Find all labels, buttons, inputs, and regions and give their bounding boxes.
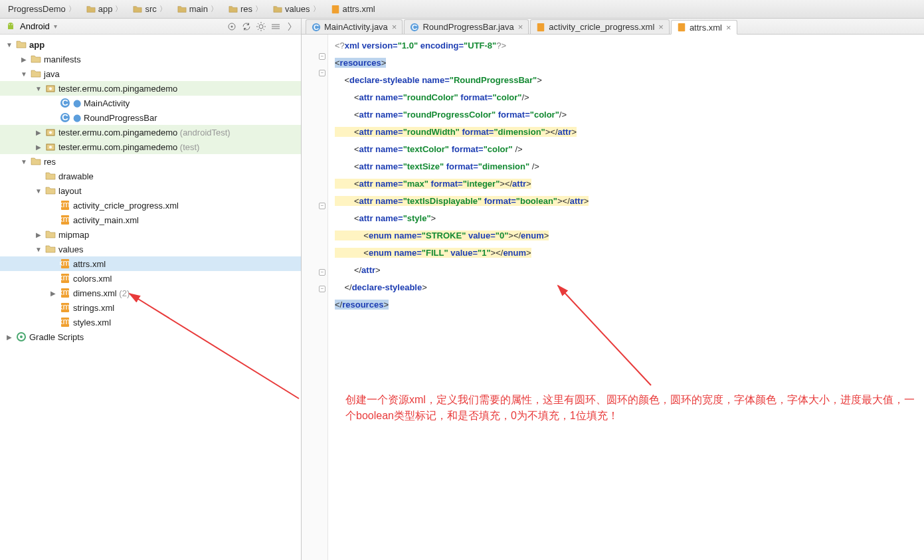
tree-row[interactable]: xmlactivity_main.xml <box>0 213 301 227</box>
tree-row[interactable]: xmlstyles.xml <box>0 315 301 329</box>
folder-icon <box>45 244 56 254</box>
annotation-text: 创建一个资源xml，定义我们需要的属性，这里有圆环、圆环的颜色，圆环的宽度，字体… <box>345 392 917 424</box>
xml-file-icon <box>677 23 686 32</box>
chevron-right-icon: 〉 <box>208 4 221 14</box>
expander-icon[interactable]: ▼ <box>20 70 28 78</box>
xml-file-icon: xml <box>60 258 70 269</box>
tree-row[interactable]: ▶mipmap <box>0 227 301 242</box>
xml-file-icon: xml <box>60 215 70 225</box>
breadcrumb-bar: ProgressDemo〉 app〉 src〉 main〉 res〉 value… <box>0 0 924 19</box>
expander-icon[interactable]: ▶ <box>20 56 28 63</box>
expander-icon[interactable]: ▼ <box>20 158 28 165</box>
fold-toggle-icon[interactable]: − <box>319 70 325 76</box>
close-icon[interactable]: × <box>658 22 664 32</box>
breadcrumb-item[interactable]: ProgressDemo〉 <box>4 4 82 14</box>
expander-icon[interactable]: ▶ <box>5 333 13 341</box>
tree-label: tester.ermu.com.pingamedemo (test) <box>58 142 199 152</box>
class-icon: C <box>312 23 321 32</box>
tree-row[interactable]: xmlstrings.xml <box>0 300 301 315</box>
class-icon: C <box>60 98 70 108</box>
package-icon <box>45 127 56 138</box>
tree-label: manifests <box>44 54 81 64</box>
svg-text:C: C <box>62 112 68 122</box>
tree-row[interactable]: xmlcolors.xml <box>0 271 301 286</box>
fold-toggle-icon[interactable]: − <box>319 203 325 209</box>
expander-icon[interactable]: ▶ <box>35 129 43 136</box>
expander-icon[interactable]: ▶ <box>35 143 43 151</box>
breadcrumb-item[interactable]: res〉 <box>225 4 269 14</box>
tree-label: activity_cricle_progress.xml <box>73 201 179 211</box>
tree-label: activity_main.xml <box>73 215 139 225</box>
tree-row[interactable]: C⬤MainActivity <box>0 96 301 110</box>
target-icon[interactable] <box>227 21 237 32</box>
tree-row[interactable]: C⬤RoundProgressBar <box>0 110 301 125</box>
editor-tab[interactable]: CMainActivity.java× <box>306 19 403 34</box>
folder-icon <box>273 5 282 14</box>
xml-file-icon <box>331 5 340 14</box>
breadcrumb-label: values <box>285 4 310 14</box>
close-icon[interactable]: × <box>726 23 731 33</box>
svg-rect-37 <box>678 23 686 31</box>
expander-icon[interactable]: ▶ <box>35 231 43 238</box>
tree-row[interactable]: ▶tester.ermu.com.pingamedemo (androidTes… <box>0 125 301 140</box>
svg-rect-0 <box>331 5 339 13</box>
tree-row[interactable]: ▼res <box>0 154 301 169</box>
expander-icon[interactable]: ▼ <box>5 41 13 48</box>
editor-tab[interactable]: attrs.xml× <box>671 20 737 35</box>
xml-file-icon: xml <box>60 200 70 211</box>
collapse-icon[interactable] <box>270 21 281 32</box>
svg-text:C: C <box>412 23 417 31</box>
xml-file-icon: xml <box>60 288 70 298</box>
xml-file-icon <box>536 23 545 32</box>
tree-row[interactable]: ▶xmldimens.xml (2) <box>0 286 301 300</box>
project-panel-header: Android ▾ <box>0 19 301 35</box>
tree-row[interactable]: ▼java <box>0 66 301 81</box>
sync-icon[interactable] <box>241 21 252 32</box>
fold-toggle-icon[interactable]: − <box>319 53 325 60</box>
breadcrumb-item[interactable]: attrs.xml <box>327 4 379 14</box>
breadcrumb-item[interactable]: src〉 <box>129 4 173 14</box>
tree-label: colors.xml <box>73 274 112 284</box>
svg-point-7 <box>49 88 52 90</box>
tree-row[interactable]: xmlattrs.xml <box>0 256 301 271</box>
fold-toggle-icon[interactable]: − <box>319 286 325 292</box>
close-icon[interactable]: × <box>518 22 523 32</box>
expander-icon[interactable]: ▼ <box>35 246 43 253</box>
gear-icon[interactable] <box>256 21 266 32</box>
editor-tab[interactable]: activity_cricle_progress.xml× <box>530 19 670 34</box>
tree-row[interactable]: ▼tester.ermu.com.pingamedemo <box>0 81 301 96</box>
class-icon: C <box>410 23 419 32</box>
tree-row[interactable]: ▼values <box>0 242 301 256</box>
expander-icon[interactable]: ▼ <box>35 187 43 195</box>
expander-icon[interactable]: ▼ <box>35 85 43 92</box>
tree-row[interactable]: drawable <box>0 169 301 183</box>
svg-rect-36 <box>537 23 545 31</box>
tree-row[interactable]: ▶Gradle Scripts <box>0 329 301 344</box>
fold-toggle-icon[interactable]: − <box>319 269 325 276</box>
panel-mode-label[interactable]: Android <box>20 21 50 31</box>
tree-row[interactable]: xmlactivity_cricle_progress.xml <box>0 198 301 213</box>
tree-label: tester.ermu.com.pingamedemo (androidTest… <box>58 128 231 138</box>
tree-row[interactable]: ▼layout <box>0 183 301 198</box>
tree-label: drawable <box>58 171 94 181</box>
svg-text:xml: xml <box>60 258 70 268</box>
breadcrumb-item[interactable]: values〉 <box>269 4 327 14</box>
folder-icon <box>45 171 56 181</box>
tree-row[interactable]: ▼app <box>0 37 301 52</box>
tree-row[interactable]: ▶tester.ermu.com.pingamedemo (test) <box>0 140 301 154</box>
expand-icon[interactable] <box>285 21 296 32</box>
breadcrumb-item[interactable]: app〉 <box>82 4 130 14</box>
editor-tab[interactable]: CRoundProgressBar.java× <box>404 19 529 34</box>
code-editor[interactable]: <?xml version="1.0" encoding="UTF-8"?> <… <box>328 35 924 560</box>
tree-row[interactable]: ▶manifests <box>0 52 301 66</box>
close-icon[interactable]: × <box>392 22 397 32</box>
folder-icon <box>177 5 187 14</box>
breadcrumb-item[interactable]: main〉 <box>173 4 225 14</box>
svg-point-31 <box>20 335 23 338</box>
svg-text:xml: xml <box>60 317 70 326</box>
expander-icon[interactable]: ▶ <box>49 290 57 297</box>
tree-label: layout <box>58 186 82 196</box>
project-tree[interactable]: ▼app▶manifests▼java▼tester.ermu.com.ping… <box>0 35 301 560</box>
svg-text:xml: xml <box>60 200 70 209</box>
chevron-down-icon[interactable]: ▾ <box>54 23 57 30</box>
